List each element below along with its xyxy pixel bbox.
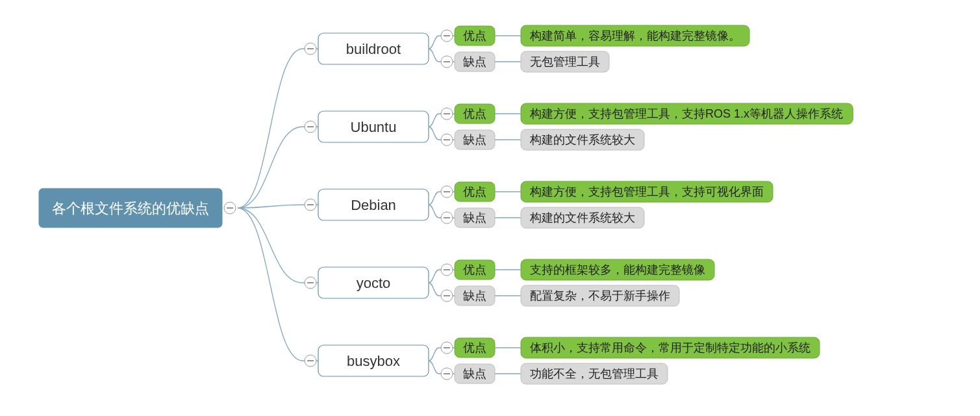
yocto-advantage-text: 支持的框架较多，能构建完整镜像 [530,263,705,276]
system-busybox-label: busybox [347,353,400,369]
busybox-disadvantage-text: 功能不全，无包管理工具 [530,367,659,380]
busybox-advantage-text: 体积小，支持常用命令，常用于定制特定功能的小系统 [530,341,810,354]
Ubuntu-disadvantage-text: 构建的文件系统较大 [529,133,635,146]
disadvantage-pill-label: 缺点 [463,55,486,68]
toggle-busybox-disadvantage[interactable] [441,368,453,380]
advantage-pill-label: 优点 [463,341,486,354]
disadvantage-pill-label: 缺点 [463,289,486,302]
advantage-pill-label: 优点 [463,263,486,276]
root-toggle[interactable] [224,202,236,214]
Ubuntu-advantage-text: 构建方便，支持包管理工具，支持ROS 1.x等机器人操作系统 [529,107,843,120]
toggle-yocto-disadvantage[interactable] [441,290,453,302]
disadvantage-pill-label: 缺点 [463,133,486,146]
buildroot-disadvantage-text: 无包管理工具 [530,55,600,68]
disadvantage-pill-label: 缺点 [463,367,486,380]
advantage-pill-label: 优点 [463,29,486,42]
toggle-Debian-disadvantage[interactable] [441,212,453,224]
toggle-Ubuntu-disadvantage[interactable] [441,134,453,146]
Debian-advantage-text: 构建方便，支持包管理工具，支持可视化界面 [529,185,764,198]
toggle-yocto-advantage[interactable] [441,264,453,276]
system-yocto-label: yocto [357,275,391,291]
system-Ubuntu-label: Ubuntu [351,119,397,135]
toggle-buildroot[interactable] [305,43,316,55]
system-buildroot-label: buildroot [346,41,401,57]
toggle-Ubuntu[interactable] [305,121,316,133]
advantage-pill-label: 优点 [463,107,486,120]
disadvantage-pill-label: 缺点 [463,211,486,224]
toggle-busybox[interactable] [305,355,316,367]
toggle-busybox-advantage[interactable] [441,342,453,354]
toggle-buildroot-advantage[interactable] [441,30,453,42]
system-Debian-label: Debian [351,197,396,213]
advantage-pill-label: 优点 [463,185,486,198]
mindmap: 各个根文件系统的优缺点buildroot优点构建简单，容易理解，能构建完整镜像。… [0,0,980,416]
toggle-buildroot-disadvantage[interactable] [441,56,453,68]
Debian-disadvantage-text: 构建的文件系统较大 [529,211,635,224]
toggle-Debian[interactable] [305,199,316,211]
toggle-Ubuntu-advantage[interactable] [441,108,453,120]
toggle-yocto[interactable] [305,277,316,289]
toggle-Debian-advantage[interactable] [441,186,453,198]
root-title: 各个根文件系统的优缺点 [52,200,209,216]
yocto-disadvantage-text: 配置复杂，不易于新手操作 [530,289,670,302]
buildroot-advantage-text: 构建简单，容易理解，能构建完整镜像。 [529,29,740,42]
